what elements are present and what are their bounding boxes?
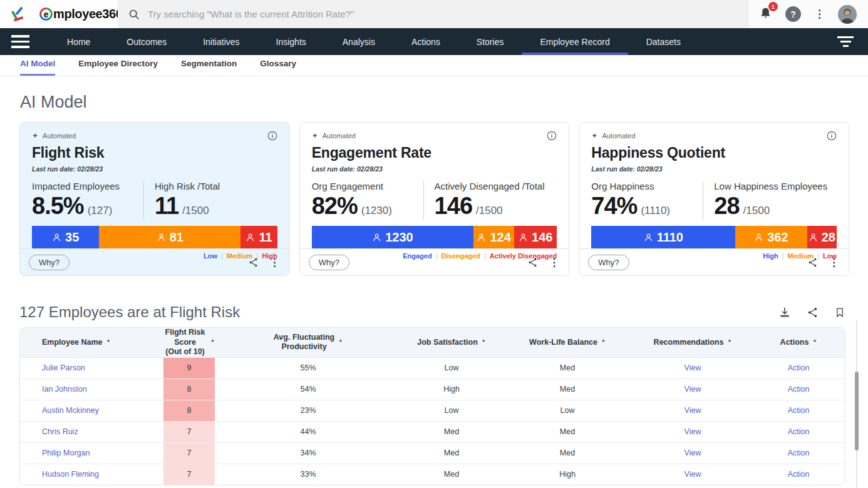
share-icon[interactable] <box>807 257 818 268</box>
card-overflow-menu[interactable]: ⋮ <box>269 257 280 268</box>
sort-arrow-icon[interactable]: ▲ <box>338 338 343 343</box>
bookmark-icon[interactable] <box>834 307 845 318</box>
share-icon[interactable] <box>807 307 819 318</box>
nav-item-datasets[interactable]: Datasets <box>628 28 699 55</box>
work-life-balance-cell: Med <box>502 363 633 372</box>
employee-name-link[interactable]: Philip Morgan <box>20 449 163 457</box>
nav-item-home[interactable]: Home <box>49 28 108 55</box>
hamburger-menu-icon[interactable] <box>0 28 40 55</box>
nav-item-initiatives[interactable]: Initiatives <box>185 28 257 55</box>
nav-item-employee-record[interactable]: Employee Record <box>522 28 628 55</box>
work-life-balance-cell: Med <box>502 427 633 436</box>
recommendation-view-link[interactable]: View <box>633 470 752 479</box>
tab-segmentation[interactable]: Segmentation <box>181 59 237 76</box>
employee-name-link[interactable]: Hudson Fleming <box>20 470 163 479</box>
sort-arrow-icon[interactable]: ▲ <box>727 338 731 343</box>
global-search-bar[interactable] <box>118 0 749 28</box>
action-link[interactable]: Action <box>752 363 845 372</box>
column-header-job-satisfaction[interactable]: Job Satisfaction▲ <box>401 338 502 348</box>
sort-arrow-icon[interactable]: ▲ <box>812 338 817 343</box>
segment-value: 362 <box>767 230 788 245</box>
vertical-scrollbar-thumb[interactable] <box>855 372 859 450</box>
help-button[interactable]: ? <box>785 6 801 22</box>
card-overflow-menu[interactable]: ⋮ <box>829 257 839 268</box>
nav-item-actions[interactable]: Actions <box>393 28 458 55</box>
productivity-cell: 23% <box>215 406 401 415</box>
share-icon[interactable] <box>527 257 538 268</box>
app-logo-icon <box>9 6 26 23</box>
column-header-recommendations[interactable]: Recommendations▲ <box>633 338 752 348</box>
card-stats: Org Engagement82%(1230)Actively Disengag… <box>312 181 557 220</box>
action-link[interactable]: Action <box>752 427 845 436</box>
employee-name-link[interactable]: Ian Johnston <box>20 385 163 394</box>
action-link[interactable]: Action <box>752 470 845 479</box>
column-header-employee-name[interactable]: Employee Name▲ <box>20 338 163 348</box>
secondary-nav: AI ModelEmployee DirectorySegmentationGl… <box>0 55 868 76</box>
recommendation-view-link[interactable]: View <box>633 427 752 436</box>
stat-suffix: /1500 <box>743 205 770 217</box>
flight-risk-score-cell: 8 <box>163 400 215 421</box>
person-icon <box>519 233 528 242</box>
tab-glossary[interactable]: Glossary <box>260 59 296 76</box>
stat-label: Impacted Employees <box>32 181 143 191</box>
work-life-balance-cell: Low <box>502 406 633 415</box>
recommendation-view-link[interactable]: View <box>633 363 752 372</box>
sort-arrow-icon[interactable]: ▲ <box>482 338 486 343</box>
info-icon[interactable] <box>547 131 557 141</box>
tab-employee-directory[interactable]: Employee Directory <box>78 59 158 76</box>
nav-item-insights[interactable]: Insights <box>258 28 324 55</box>
employee-name-link[interactable]: Julie Parson <box>20 363 163 372</box>
recommendation-view-link[interactable]: View <box>633 406 752 415</box>
sort-arrow-icon[interactable]: ▲ <box>210 338 215 343</box>
sparkle-icon: ✦ <box>312 132 318 140</box>
info-icon[interactable] <box>267 131 277 141</box>
stat-org-engagement: Org Engagement82%(1230) <box>312 181 423 220</box>
bar-segment-high: 11 <box>240 226 277 249</box>
column-header-work-life-balance[interactable]: Work-Life Balance▲ <box>502 338 633 348</box>
tab-ai-model[interactable]: AI Model <box>20 59 55 76</box>
person-icon <box>809 233 818 242</box>
notifications-button[interactable]: 1 <box>759 6 772 23</box>
sort-arrow-icon[interactable]: ▲ <box>601 338 606 343</box>
user-avatar[interactable] <box>838 5 857 24</box>
recommendation-view-link[interactable]: View <box>633 385 752 394</box>
primary-nav: HomeOutcomesInitiativesInsightsAnalysisA… <box>49 28 699 55</box>
person-icon <box>477 233 486 242</box>
card-happiness-quotient: ✦ Automated Happiness Quotient Last run … <box>579 122 849 276</box>
why-button[interactable]: Why? <box>29 255 70 270</box>
recommendation-view-link[interactable]: View <box>633 449 752 457</box>
column-header-avg-fluctuating-productivity[interactable]: Avg. Fluctuating Productivity▲ <box>215 333 401 352</box>
action-link[interactable]: Action <box>752 449 845 457</box>
employee-name-link[interactable]: Chris Ruiz <box>20 427 163 436</box>
download-icon[interactable] <box>778 306 791 318</box>
info-icon[interactable] <box>827 131 837 141</box>
automated-label: Automated <box>323 132 356 140</box>
bar-segment-medium: 81 <box>99 226 240 249</box>
action-link[interactable]: Action <box>752 385 845 394</box>
column-header-actions[interactable]: Actions▲ <box>752 338 845 348</box>
work-life-balance-cell: High <box>502 470 633 479</box>
automated-label: Automated <box>43 132 76 140</box>
nav-item-stories[interactable]: Stories <box>458 28 522 55</box>
share-icon[interactable] <box>248 257 259 268</box>
action-link[interactable]: Action <box>752 406 845 415</box>
stat-suffix: (127) <box>88 205 113 217</box>
app-header: e mployee360 1 ? ⋮ <box>0 0 868 28</box>
brand-logotype: e mployee360 <box>39 7 123 21</box>
why-button[interactable]: Why? <box>309 255 349 270</box>
column-header-flight-risk-score-out-of-10[interactable]: Flight Risk Score (Out of 10)▲ <box>163 328 215 357</box>
card-overflow-menu[interactable]: ⋮ <box>549 257 559 268</box>
nav-item-analysis[interactable]: Analysis <box>324 28 393 55</box>
header-overflow-menu[interactable]: ⋮ <box>814 9 825 19</box>
stat-high-risk-total: High Risk /Total11/1500 <box>143 181 277 220</box>
sort-arrow-icon[interactable]: ▲ <box>106 338 111 343</box>
segment-value: 28 <box>822 230 835 245</box>
bar-segment-low: 35 <box>32 226 99 249</box>
why-button[interactable]: Why? <box>588 255 629 270</box>
employee-name-link[interactable]: Austin Mckinney <box>20 406 163 415</box>
nav-item-outcomes[interactable]: Outcomes <box>108 28 185 55</box>
search-input[interactable] <box>148 9 524 19</box>
brand-e-mark-icon: e <box>39 8 53 21</box>
filter-icon[interactable] <box>823 28 868 55</box>
segment-value: 124 <box>490 230 510 245</box>
